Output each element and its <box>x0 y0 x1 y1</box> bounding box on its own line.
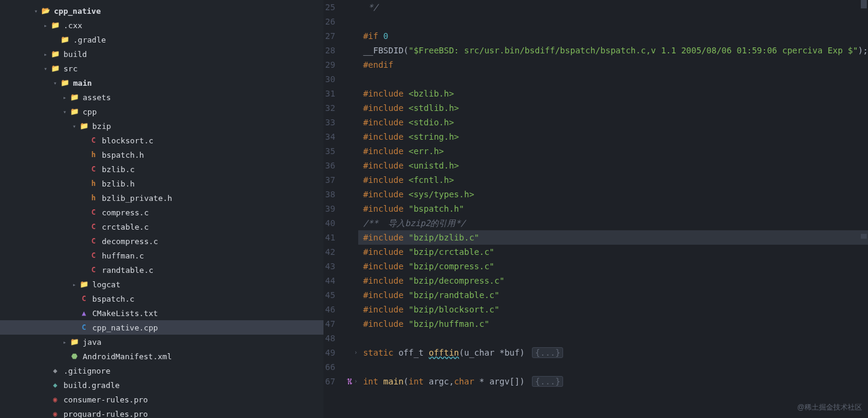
tree-item[interactable]: ▸◉proguard-rules.pro <box>0 407 323 418</box>
fold-handle[interactable]: › <box>353 374 358 389</box>
breakpoint-slot[interactable] <box>346 202 353 216</box>
fold-column[interactable]: ›› <box>353 0 358 418</box>
code-line[interactable]: int main(int argc,char * argv[]) {...} <box>363 374 868 389</box>
breakpoint-slot[interactable] <box>346 58 353 72</box>
breakpoint-slot[interactable] <box>346 101 353 115</box>
breakpoint-slot[interactable] <box>346 43 353 58</box>
breakpoint-slot[interactable] <box>346 86 353 101</box>
code-line[interactable]: #include <fcntl.h> <box>363 173 868 187</box>
code-line[interactable]: #include <err.h> <box>363 144 868 158</box>
file-tree[interactable]: ▾📂cpp_native▸📁.cxx▸📁.gradle▸📁build▾📁src▾… <box>0 0 323 418</box>
breakpoint-slot[interactable] <box>346 72 353 86</box>
tree-item[interactable]: ▸📁java <box>0 335 323 349</box>
folded-region[interactable]: {...} <box>532 376 563 387</box>
tree-item[interactable]: ▸◆build.gradle <box>0 378 323 392</box>
editor-scrollbar[interactable] <box>860 0 867 418</box>
tree-item[interactable]: ▸hbspatch.h <box>0 148 323 162</box>
code-line[interactable] <box>363 360 868 374</box>
tree-item[interactable]: ▸▲CMakeLists.txt <box>0 306 323 320</box>
tree-item[interactable]: ▾📂cpp_native <box>0 4 323 18</box>
code-line[interactable]: #include "bspatch.h" <box>363 202 868 216</box>
code-line[interactable]: /** 导入bzip2的引用*/ <box>363 216 868 230</box>
breakpoint-slot[interactable] <box>346 317 353 331</box>
code-line[interactable]: #include <sys/types.h> <box>363 187 868 202</box>
breakpoint-slot[interactable]: ⛕ <box>346 374 353 389</box>
tree-item[interactable]: ▸Cbzlib.c <box>0 162 323 176</box>
breakpoint-slot[interactable] <box>346 144 353 158</box>
breakpoint-slot[interactable] <box>346 273 353 288</box>
code-line[interactable] <box>363 14 868 29</box>
code-line[interactable]: #include "bzip/bzlib.c" <box>358 230 868 245</box>
chevron-down-icon[interactable]: ▾ <box>41 65 50 72</box>
code-line[interactable]: #include "bzip/crctable.c" <box>363 245 868 259</box>
tree-item[interactable]: ▸hbzlib_private.h <box>0 191 323 205</box>
breakpoint-slot[interactable] <box>346 14 353 29</box>
chevron-right-icon[interactable]: ▸ <box>41 22 50 29</box>
tree-item[interactable]: ▸Cbspatch.c <box>0 291 323 306</box>
breakpoint-slot[interactable] <box>346 29 353 43</box>
breakpoint-slot[interactable] <box>346 173 353 187</box>
breakpoint-slot[interactable] <box>346 302 353 317</box>
breakpoint-slot[interactable] <box>346 230 353 245</box>
tree-item[interactable]: ▸Crandtable.c <box>0 263 323 277</box>
tree-item[interactable]: ▸◆.gitignore <box>0 363 323 378</box>
code-line[interactable]: #include <string.h> <box>363 130 868 144</box>
breakpoint-slot[interactable] <box>346 158 353 173</box>
chevron-right-icon[interactable]: ▸ <box>69 281 79 288</box>
breakpoint-slot[interactable] <box>346 345 353 360</box>
chevron-down-icon[interactable]: ▾ <box>31 8 41 14</box>
code-line[interactable]: #if 0 <box>363 29 868 43</box>
chevron-right-icon[interactable]: ▸ <box>60 94 69 101</box>
chevron-down-icon[interactable]: ▾ <box>50 80 60 86</box>
breakpoint-slot[interactable] <box>346 331 353 345</box>
breakpoint-column[interactable]: ⛕ <box>346 0 353 418</box>
tree-item[interactable]: ▾📁main <box>0 76 323 90</box>
breakpoint-slot[interactable] <box>346 216 353 230</box>
code-line[interactable]: #include "bzip/randtable.c" <box>363 288 868 302</box>
breakpoint-slot[interactable] <box>346 187 353 202</box>
tree-item[interactable]: ▸Ccpp_native.cpp <box>0 320 323 335</box>
code-area[interactable]: */#if 0__FBSDID("$FreeBSD: src/usr.bin/b… <box>358 0 868 418</box>
tree-item[interactable]: ▸Cdecompress.c <box>0 234 323 248</box>
breakpoint-slot[interactable] <box>346 259 353 273</box>
code-line[interactable]: __FBSDID("$FreeBSD: src/usr.bin/bsdiff/b… <box>363 43 868 58</box>
code-line[interactable]: #include <stdio.h> <box>363 115 868 130</box>
breakpoint-slot[interactable] <box>346 360 353 374</box>
folded-region[interactable]: {...} <box>532 347 563 358</box>
tree-item[interactable]: ▸⬣AndroidManifest.xml <box>0 349 323 363</box>
code-editor[interactable]: 2526272829303132333435363738394041424344… <box>323 0 868 418</box>
breakpoint-slot[interactable] <box>346 115 353 130</box>
code-line[interactable]: static off_t offtin(u_char *buf) {...} <box>363 345 868 360</box>
code-line[interactable]: #include "bzip/huffman.c" <box>363 317 868 331</box>
tree-item[interactable]: ▸📁build <box>0 47 323 61</box>
tree-item[interactable]: ▸📁logcat <box>0 277 323 291</box>
tree-item[interactable]: ▸◉consumer-rules.pro <box>0 392 323 407</box>
code-line[interactable]: #endif <box>363 58 868 72</box>
tree-item[interactable]: ▸📁assets <box>0 90 323 104</box>
tree-item[interactable]: ▸Chuffman.c <box>0 248 323 263</box>
tree-item[interactable]: ▸Ccompress.c <box>0 205 323 219</box>
code-line[interactable]: #include <unistd.h> <box>363 158 868 173</box>
tree-item[interactable]: ▸hbzlib.h <box>0 176 323 191</box>
tree-item[interactable]: ▾📁cpp <box>0 104 323 119</box>
chevron-down-icon[interactable]: ▾ <box>60 109 69 115</box>
code-line[interactable]: #include <bzlib.h> <box>363 86 868 101</box>
chevron-right-icon[interactable]: ▸ <box>41 51 50 58</box>
breakpoint-slot[interactable] <box>346 130 353 144</box>
tree-item[interactable]: ▸📁.gradle <box>0 32 323 47</box>
breakpoint-slot[interactable] <box>346 288 353 302</box>
code-line[interactable]: #include "bzip/decompress.c" <box>363 273 868 288</box>
chevron-right-icon[interactable]: ▸ <box>60 339 69 345</box>
tree-item[interactable]: ▸📁.cxx <box>0 18 323 32</box>
chevron-down-icon[interactable]: ▾ <box>69 123 79 130</box>
code-line[interactable]: #include "bzip/blocksort.c" <box>363 302 868 317</box>
code-line[interactable]: #include "bzip/compress.c" <box>363 259 868 273</box>
tree-item[interactable]: ▸Cblocksort.c <box>0 133 323 148</box>
fold-handle[interactable]: › <box>353 345 358 360</box>
code-line[interactable] <box>363 72 868 86</box>
breakpoint-slot[interactable] <box>346 245 353 259</box>
code-line[interactable] <box>363 331 868 345</box>
code-line[interactable]: */ <box>363 0 868 14</box>
code-line[interactable]: #include <stdlib.h> <box>363 101 868 115</box>
breakpoint-slot[interactable] <box>346 0 353 14</box>
